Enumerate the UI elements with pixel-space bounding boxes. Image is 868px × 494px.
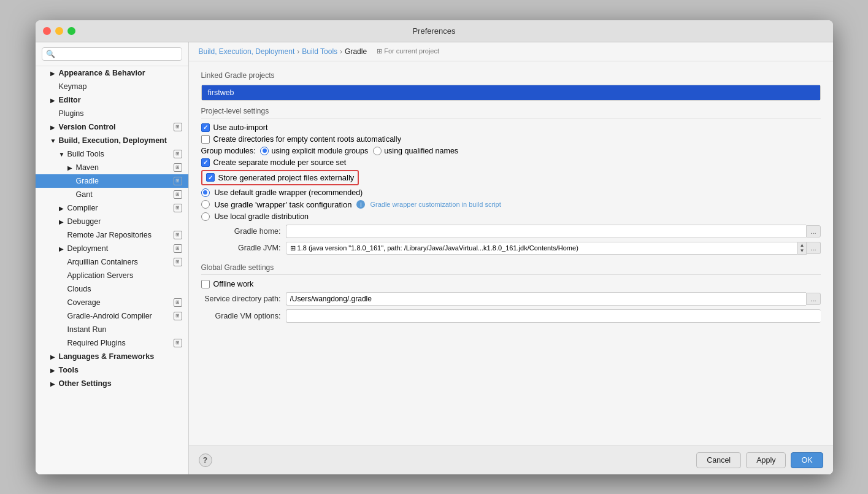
minimize-button[interactable] <box>55 27 63 35</box>
bottom-bar: ? Cancel Apply OK <box>189 446 833 474</box>
triangle-icon <box>59 286 65 292</box>
group-modules-option1[interactable]: using explicit module groups <box>260 147 368 155</box>
sidebar-item-gradle[interactable]: Gradle ⊞ <box>36 174 188 188</box>
use-local-gradle-radio[interactable] <box>201 212 210 221</box>
project-link[interactable]: ⊞ For current project <box>377 47 439 55</box>
gradle-vm-input-group <box>286 309 821 323</box>
triangle-icon <box>50 353 56 360</box>
sidebar-item-clouds[interactable]: Clouds <box>36 282 188 296</box>
sidebar-item-version-control[interactable]: Version Control ⊞ <box>36 120 188 134</box>
store-generated-checkbox[interactable] <box>206 173 215 182</box>
use-default-wrapper-radio[interactable] <box>201 188 210 197</box>
offline-work-label: Offline work <box>213 280 254 288</box>
service-dir-label: Service directory path: <box>201 295 281 303</box>
external-icon: ⊞ <box>174 339 182 347</box>
bottom-right: Cancel Apply OK <box>696 452 823 468</box>
sidebar-item-maven[interactable]: Maven ⊞ <box>36 161 188 174</box>
store-generated-label: Store generated project files externally <box>218 173 355 182</box>
close-button[interactable] <box>43 27 51 35</box>
sidebar-item-build-tools[interactable]: Build Tools ⊞ <box>36 147 188 161</box>
sidebar-item-keymap[interactable]: Keymap <box>36 80 188 93</box>
gradle-home-browse[interactable]: ... <box>806 225 820 237</box>
sidebar-item-plugins[interactable]: Plugins <box>36 107 188 120</box>
info-icon[interactable]: i <box>356 200 365 209</box>
cancel-button[interactable]: Cancel <box>696 452 741 468</box>
sidebar-item-label: Other Settings <box>59 379 112 388</box>
sidebar-item-gradle-android[interactable]: Gradle-Android Compiler ⊞ <box>36 309 188 323</box>
wrapper-info-text[interactable]: Gradle wrapper customization in build sc… <box>370 201 501 208</box>
sidebar-item-app-servers[interactable]: Application Servers <box>36 269 188 282</box>
sidebar-item-instant-run[interactable]: Instant Run <box>36 323 188 336</box>
bottom-left: ? <box>199 453 212 467</box>
use-wrapper-task-radio[interactable] <box>201 200 210 209</box>
gradle-jvm-select-group: ⊞ 1.8 (java version "1.8.0_161", path: /… <box>286 242 821 255</box>
triangle-icon <box>59 326 65 333</box>
ok-button[interactable]: OK <box>791 452 823 468</box>
jvm-arrows[interactable]: ▲ ▼ <box>797 242 807 255</box>
group-modules-radio1[interactable] <box>260 147 269 155</box>
window-controls <box>43 27 75 35</box>
gradle-jvm-browse[interactable]: ... <box>807 242 820 254</box>
gradle-home-row: Gradle home: ... <box>201 225 821 238</box>
arrow-down: ▼ <box>799 248 804 254</box>
triangle-icon <box>59 313 65 319</box>
separate-module-checkbox[interactable] <box>201 158 210 167</box>
sidebar-item-label: Plugins <box>59 109 84 118</box>
gradle-vm-input[interactable] <box>286 309 821 323</box>
service-dir-input[interactable] <box>286 292 807 306</box>
breadcrumb: Build, Execution, Deployment › Build Too… <box>189 42 833 61</box>
gradle-home-input[interactable] <box>286 225 807 238</box>
breadcrumb-part2[interactable]: Build Tools <box>302 47 337 56</box>
maximize-button[interactable] <box>67 27 75 35</box>
main-area: Appearance & Behavior Keymap Editor Plug… <box>36 42 833 474</box>
titlebar: Preferences <box>36 20 833 42</box>
window-title: Preferences <box>412 26 455 36</box>
sidebar-item-appearance[interactable]: Appearance & Behavior <box>36 66 188 80</box>
triangle-icon <box>59 259 65 265</box>
sidebar-item-lang-frameworks[interactable]: Languages & Frameworks <box>36 350 188 363</box>
linked-project-item[interactable]: firstweb <box>202 85 820 100</box>
triangle-icon <box>67 191 74 198</box>
triangle-icon <box>67 164 74 171</box>
sidebar-item-editor[interactable]: Editor <box>36 93 188 107</box>
sidebar-item-compiler[interactable]: Compiler ⊞ <box>36 201 188 215</box>
group-modules-option2[interactable]: using qualified names <box>373 147 458 155</box>
group-modules-radio2[interactable] <box>373 147 382 155</box>
sidebar-item-label: Arquillian Containers <box>67 258 138 266</box>
external-icon: ⊞ <box>174 244 182 253</box>
help-button[interactable]: ? <box>199 453 212 467</box>
sidebar-item-label: Gradle <box>76 177 99 185</box>
preferences-window: Preferences Appearance & Behavior Keymap… <box>36 20 833 474</box>
sidebar-item-coverage[interactable]: Coverage ⊞ <box>36 296 188 309</box>
sidebar-item-remote-jar[interactable]: Remote Jar Repositories ⊞ <box>36 228 188 242</box>
sidebar-item-deployment[interactable]: Deployment ⊞ <box>36 242 188 255</box>
group-modules-label2: using qualified names <box>384 147 458 155</box>
sidebar: Appearance & Behavior Keymap Editor Plug… <box>36 42 189 474</box>
sidebar-item-build-exec[interactable]: Build, Execution, Deployment <box>36 134 188 147</box>
sidebar-item-label: Application Servers <box>67 271 134 280</box>
sidebar-item-other-settings[interactable]: Other Settings <box>36 377 188 390</box>
create-dirs-checkbox[interactable] <box>201 135 210 144</box>
gradle-jvm-select[interactable]: ⊞ 1.8 (java version "1.8.0_161", path: /… <box>286 242 798 255</box>
use-default-wrapper-label: Use default gradle wrapper (recommended) <box>215 188 363 197</box>
auto-import-checkbox[interactable] <box>201 123 210 132</box>
sidebar-item-tools[interactable]: Tools <box>36 363 188 377</box>
sidebar-item-arquillian[interactable]: Arquillian Containers ⊞ <box>36 255 188 269</box>
gradle-home-input-group: ... <box>286 225 821 238</box>
sidebar-item-debugger[interactable]: Debugger <box>36 215 188 228</box>
external-icon: ⊞ <box>174 163 182 172</box>
apply-button[interactable]: Apply <box>746 452 786 468</box>
service-dir-row: Service directory path: ... <box>201 292 821 306</box>
search-bar <box>36 42 188 66</box>
sidebar-item-label: Remote Jar Repositories <box>67 231 152 239</box>
breadcrumb-part1[interactable]: Build, Execution, Deployment <box>199 47 295 56</box>
sidebar-item-gant[interactable]: Gant ⊞ <box>36 188 188 201</box>
breadcrumb-part3: Gradle <box>345 47 367 56</box>
search-input[interactable] <box>42 47 182 61</box>
sidebar-item-label: Instant Run <box>67 325 107 334</box>
create-dirs-label: Create directories for empty content roo… <box>213 135 401 144</box>
sidebar-item-label: Compiler <box>67 204 98 212</box>
service-dir-browse[interactable]: ... <box>806 293 820 305</box>
sidebar-item-required-plugins[interactable]: Required Plugins ⊞ <box>36 336 188 350</box>
offline-work-checkbox[interactable] <box>201 280 210 288</box>
